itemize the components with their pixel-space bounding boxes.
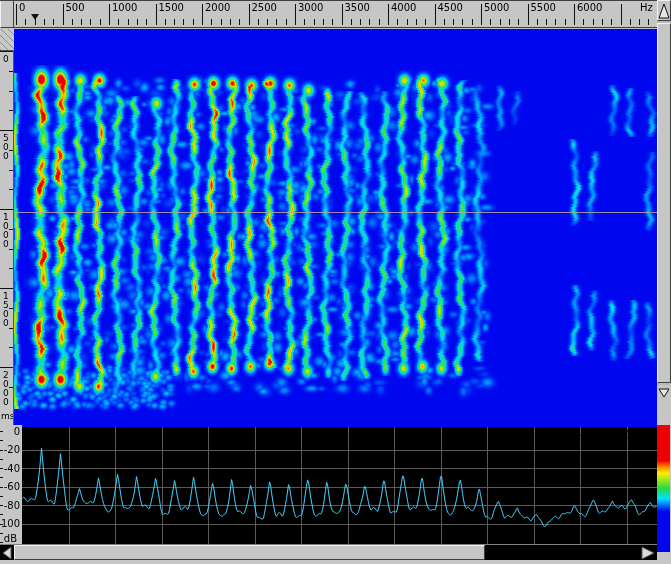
bottom-right-corner-box xyxy=(657,552,671,564)
spectrogram-canvas[interactable] xyxy=(14,29,657,425)
intensity-colorbar xyxy=(657,425,670,552)
vscroll-down-button[interactable] xyxy=(657,385,671,400)
arrow-down-icon xyxy=(658,387,670,399)
db-axis-strip xyxy=(0,425,22,545)
arrow-left-icon xyxy=(1,546,13,560)
hscroll-left-button[interactable] xyxy=(0,545,14,560)
top-left-corner-box xyxy=(0,0,14,28)
arrow-up-icon xyxy=(658,2,670,20)
vscroll-filler xyxy=(657,400,671,425)
level-readout: -136.00 dB xyxy=(572,428,656,442)
spectrogram-app-window: 204.57 Hz -136.00 dB xyxy=(0,0,671,564)
freq-readout: 204.57 Hz xyxy=(505,428,581,442)
frequency-ruler[interactable] xyxy=(14,0,657,28)
arrow-right-icon xyxy=(639,546,656,560)
spectrum-canvas[interactable] xyxy=(22,425,657,545)
time-ruler-hatch-box xyxy=(0,29,14,51)
hscroll-right-button[interactable] xyxy=(638,545,657,560)
time-ruler[interactable] xyxy=(0,51,14,425)
ruler-divider xyxy=(0,0,657,1)
vscroll-thumb[interactable] xyxy=(657,23,671,383)
vscroll-up-button[interactable] xyxy=(657,0,671,21)
hscroll-thumb[interactable] xyxy=(14,545,485,560)
